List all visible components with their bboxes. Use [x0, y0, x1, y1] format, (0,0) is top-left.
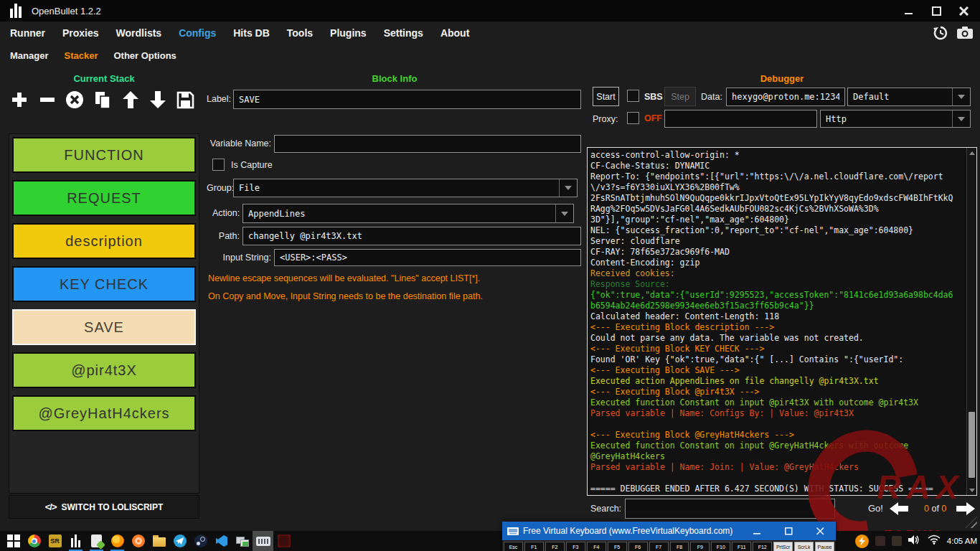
search-go-button[interactable]: Go!: [868, 503, 883, 514]
log-line: Parsed variable | Name: Configs By: | Va…: [590, 408, 965, 419]
wifi-icon[interactable]: [928, 534, 941, 547]
vk-key-f4[interactable]: F4: [587, 542, 606, 551]
input-string-input[interactable]: [274, 249, 581, 266]
sbs-checkbox[interactable]: [627, 90, 639, 102]
chevron-down-icon: [952, 110, 970, 127]
vk-key-f3[interactable]: F3: [566, 542, 585, 551]
move-up-icon[interactable]: [121, 90, 140, 109]
xampp-taskbar-icon[interactable]: [128, 531, 149, 551]
stack-block-description[interactable]: description: [12, 223, 196, 259]
vk-key-f7[interactable]: F7: [649, 542, 669, 551]
label-input[interactable]: [233, 90, 581, 109]
step-button[interactable]: Step: [664, 87, 696, 106]
vk-close-icon[interactable]: [804, 522, 836, 540]
start-taskbar-icon[interactable]: [3, 531, 24, 551]
vk-key-pause[interactable]: Pause: [815, 542, 834, 551]
vk-key-f1[interactable]: F1: [524, 542, 544, 551]
vk-key-f6[interactable]: F6: [628, 542, 648, 551]
stack-block-function[interactable]: FUNCTION: [12, 137, 196, 173]
firefox-taskbar-icon[interactable]: [107, 531, 128, 551]
resize-grip[interactable]: [966, 517, 977, 528]
debug-data-input[interactable]: [726, 88, 845, 106]
history-icon[interactable]: [931, 24, 950, 42]
vk-key-scrlk[interactable]: ScrLk: [794, 542, 814, 551]
vk-key-prtscr[interactable]: PrtScr: [773, 542, 793, 551]
previous-match-icon[interactable]: [890, 502, 908, 518]
proxy-input[interactable]: [664, 110, 817, 128]
next-match-icon[interactable]: [956, 502, 975, 518]
menu-item-about[interactable]: About: [440, 27, 469, 39]
scroll-down-icon[interactable]: [967, 485, 977, 495]
group-dropdown[interactable]: File: [233, 179, 578, 197]
clone-block-icon[interactable]: [93, 90, 112, 109]
tray-hidden-icon-2[interactable]: [892, 536, 902, 546]
vk-key-f12[interactable]: F12: [753, 542, 772, 551]
explorer-taskbar-icon[interactable]: [149, 531, 169, 551]
scrollbar-thumb[interactable]: [969, 412, 975, 478]
chrome-taskbar-icon[interactable]: [24, 531, 44, 551]
vk-key-f8[interactable]: F8: [670, 542, 689, 551]
search-input[interactable]: [625, 499, 835, 519]
menu-item-hits-db[interactable]: Hits DB: [233, 27, 270, 39]
menu-item-configs[interactable]: Configs: [179, 27, 216, 39]
stack-block-save[interactable]: SAVE: [12, 309, 196, 345]
menu-item-runner[interactable]: Runner: [10, 27, 45, 39]
camera-icon[interactable]: [956, 24, 974, 42]
menu-item-wordlists[interactable]: Wordlists: [116, 27, 162, 39]
minimize-icon[interactable]: [901, 3, 917, 19]
path-input[interactable]: [242, 227, 581, 245]
redapp-taskbar-icon[interactable]: [273, 531, 294, 551]
log-view[interactable]: access-control-allow-origin: *CF-Cache-S…: [587, 147, 977, 496]
vk-key-f9[interactable]: F9: [690, 542, 710, 551]
action-dropdown[interactable]: AppendLines: [242, 204, 574, 223]
keyboard-taskbar-icon[interactable]: [253, 531, 273, 551]
match-total: 0: [941, 504, 946, 514]
vk-key-esc[interactable]: Esc: [504, 542, 523, 551]
stack-block--greyhath4ckers[interactable]: @GreyHatH4ckers: [12, 395, 196, 431]
submenu-item-manager[interactable]: Manager: [10, 50, 48, 61]
proxy-type-dropdown[interactable]: Http: [820, 110, 971, 128]
variable-name-input[interactable]: [274, 135, 581, 153]
scroll-up-icon[interactable]: [967, 148, 977, 158]
vk-key-f2[interactable]: F2: [545, 542, 565, 551]
notepadpp-taskbar-icon[interactable]: [86, 531, 107, 551]
remove-block-icon[interactable]: [38, 90, 57, 109]
move-down-icon[interactable]: [149, 90, 167, 109]
is-capture-checkbox[interactable]: [212, 159, 225, 171]
vk-maximize-icon[interactable]: [773, 522, 804, 540]
menu-item-plugins[interactable]: Plugins: [330, 27, 367, 39]
volume-icon[interactable]: [908, 534, 921, 548]
vk-title-bar[interactable]: Free Virtual Keyboard (www.FreeVirtualKe…: [502, 522, 836, 540]
start-button[interactable]: Start: [593, 87, 619, 106]
vscode-taskbar-icon[interactable]: [211, 531, 232, 551]
menu-item-settings[interactable]: Settings: [384, 27, 423, 39]
vk-key-f10[interactable]: F10: [711, 542, 730, 551]
stack-toolbar: [10, 87, 195, 113]
vk-key-f11[interactable]: F11: [732, 542, 751, 551]
telegram-taskbar-icon[interactable]: [169, 531, 190, 551]
stack-block-key-check[interactable]: KEY CHECK: [12, 266, 196, 302]
openbullet-taskbar-icon[interactable]: [65, 531, 86, 551]
add-block-icon[interactable]: [10, 90, 29, 109]
wordlist-type-dropdown[interactable]: Default: [847, 88, 971, 106]
stack-block-request[interactable]: REQUEST: [12, 180, 196, 216]
steam-taskbar-icon[interactable]: [190, 531, 211, 551]
tray-app-icon[interactable]: [855, 534, 869, 548]
vk-key-f5[interactable]: F5: [608, 542, 627, 551]
sr-taskbar-icon[interactable]: SR: [44, 531, 65, 551]
close-icon[interactable]: [956, 3, 971, 19]
proxy-checkbox[interactable]: [627, 112, 639, 124]
save-config-icon[interactable]: [176, 90, 195, 109]
log-scrollbar[interactable]: [966, 148, 976, 495]
maximize-icon[interactable]: [928, 3, 944, 19]
network-taskbar-icon[interactable]: [232, 531, 253, 551]
menu-item-tools[interactable]: Tools: [287, 27, 313, 39]
stack-block--pir4t3x[interactable]: @pir4t3X: [12, 352, 196, 388]
submenu-item-other-options[interactable]: Other Options: [113, 50, 176, 61]
vk-minimize-icon[interactable]: [741, 522, 773, 540]
clear-stack-icon[interactable]: [65, 90, 84, 109]
submenu-item-stacker[interactable]: Stacker: [64, 50, 98, 61]
tray-hidden-icon-1[interactable]: [875, 536, 885, 546]
menu-item-proxies[interactable]: Proxies: [62, 27, 99, 39]
switch-to-loliscript-button[interactable]: </> SWITCH TO LOLISCRIPT: [9, 495, 199, 519]
